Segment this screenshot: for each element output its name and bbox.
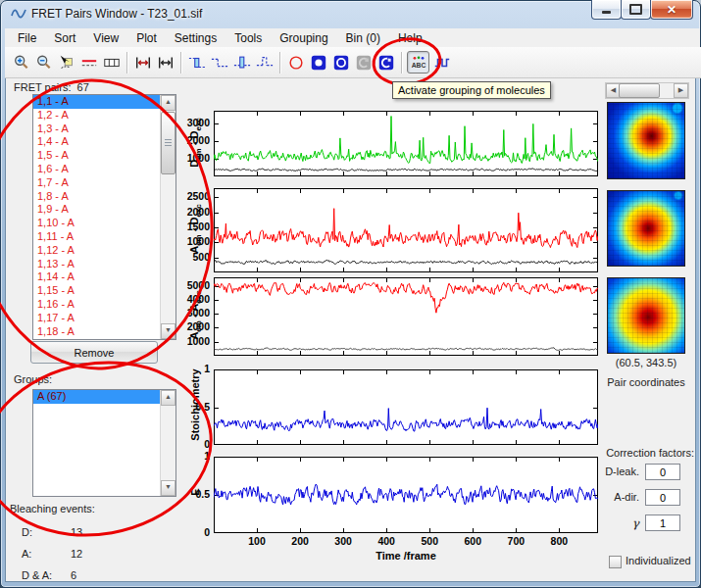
fret-pairs-caption: FRET pairs:: [14, 81, 71, 93]
fret-pair-item[interactable]: 1,11 - A: [33, 230, 165, 244]
fret-pair-item[interactable]: 1,18 - A: [33, 325, 165, 339]
menu-tools[interactable]: Tools: [225, 29, 271, 47]
fret-pair-item[interactable]: 1,7 - A: [33, 176, 165, 190]
fret-pair-item[interactable]: 1,17 - A: [33, 312, 165, 325]
scroll-up-icon[interactable]: ▲: [161, 95, 175, 111]
individualized-checkbox[interactable]: [609, 556, 622, 568]
close-button[interactable]: ✕: [650, 0, 693, 20]
scroll-down-icon[interactable]: ▼: [161, 480, 175, 496]
menu-view[interactable]: View: [84, 29, 127, 47]
groups-rows: A (67): [33, 390, 175, 404]
menu-help[interactable]: Help: [389, 29, 431, 47]
toolbar-separator: [126, 52, 127, 74]
fret-pair-item[interactable]: 1,5 - A: [33, 149, 165, 163]
bleaching-row-label: A:: [22, 548, 71, 560]
groups-label: Groups:: [14, 373, 52, 385]
fret-pairs-count: 67: [77, 81, 89, 93]
menu-file[interactable]: File: [9, 29, 45, 47]
molecule-image-acceptor-direct: [607, 277, 685, 354]
bleaching-row-label: D & A:: [22, 569, 71, 581]
molecule-image-donor: [607, 102, 685, 179]
pair-coordinates-label: Pair coordinates: [588, 376, 701, 388]
app-waveform-icon: [11, 6, 26, 22]
fret-pair-item[interactable]: 1,15 - A: [33, 284, 165, 298]
fret-pair-item[interactable]: 1,12 - A: [33, 244, 165, 258]
correction-field-input[interactable]: [645, 464, 680, 480]
square-wave-icon[interactable]: [431, 52, 452, 73]
step-down-icon[interactable]: [209, 52, 229, 73]
tooltip-activate-grouping: Activate grouping of molecules: [392, 81, 551, 99]
scroll-up-icon[interactable]: ▲: [161, 390, 175, 406]
groups-listbox[interactable]: A (67) ▲ ▼: [32, 389, 176, 497]
correction-field-input[interactable]: [645, 489, 680, 506]
menu-grouping[interactable]: Grouping: [271, 29, 336, 47]
close-icon: ✕: [667, 3, 676, 17]
fret-pair-item[interactable]: 1,10 - A: [33, 217, 165, 230]
fret-list-scrollbar[interactable]: ▲ ▼: [160, 95, 175, 339]
data-cursor-icon[interactable]: [56, 52, 76, 73]
fret-pairs-label: FRET pairs: 67: [14, 81, 89, 93]
fret-pair-item[interactable]: 1,9 - A: [33, 203, 165, 217]
minimize-button[interactable]: [591, 0, 622, 20]
scrollbar-thumb[interactable]: [619, 83, 660, 98]
scrollbar-thumb[interactable]: [161, 112, 175, 174]
baseline-icon[interactable]: [78, 52, 99, 73]
fret-pair-item[interactable]: 1,2 - A: [33, 109, 165, 122]
svg-text:ABC: ABC: [411, 61, 426, 68]
step-down-filled-icon[interactable]: [186, 52, 207, 73]
xtick-label: 600: [453, 535, 492, 547]
ylabel-subscript: exc: [194, 118, 203, 130]
zoom-out-icon[interactable]: [33, 52, 54, 73]
fret-pair-item[interactable]: 1,4 - A: [33, 135, 165, 149]
xtick-label: 300: [324, 535, 363, 547]
group-item[interactable]: A (67): [33, 390, 165, 404]
remove-button[interactable]: Remove: [30, 341, 158, 364]
zoom-in-icon[interactable]: [11, 52, 31, 73]
ylabel-e: E: [189, 423, 201, 561]
fret-pair-item[interactable]: 1,6 - A: [33, 163, 165, 176]
fret-pairs-listbox[interactable]: 1,1 - A1,2 - A1,3 - A1,4 - A1,5 - A1,6 -…: [32, 94, 176, 340]
expand-x-red-icon[interactable]: [132, 52, 153, 73]
xtick-label: 700: [496, 535, 535, 547]
fret-pair-item[interactable]: 1,8 - A: [33, 190, 165, 204]
minimize-icon: [602, 11, 611, 14]
ylabel-subscript: exc: [194, 204, 203, 217]
fret-pair-item[interactable]: 1,1 - A: [33, 95, 165, 109]
group-molecules-icon[interactable]: ABC: [407, 51, 429, 74]
pulse-icon[interactable]: [254, 52, 275, 73]
menu-plot[interactable]: Plot: [127, 29, 166, 47]
ylabel-subscript: em: [194, 320, 203, 332]
menu-bin-0[interactable]: Bin (0): [337, 29, 389, 47]
ylabel-text: - A: [188, 304, 200, 320]
ylabel-subscript: em: [194, 234, 203, 246]
expand-x-icon[interactable]: [155, 52, 175, 73]
ytick-label: 1: [165, 363, 210, 374]
pulse-filled-icon[interactable]: [231, 52, 252, 73]
titlebar: FRET Pairs Window - T23_01.sif ✕: [0, 0, 701, 27]
toolbar: ABC: [5, 47, 701, 78]
ylabel-subscript: exc: [194, 290, 203, 303]
correction-field-input[interactable]: [645, 514, 680, 531]
menu-settings[interactable]: Settings: [166, 29, 225, 47]
scroll-right-icon[interactable]: ▶: [674, 83, 688, 98]
groups-list-scrollbar[interactable]: ▲ ▼: [160, 390, 175, 496]
xtick-label: 500: [410, 535, 449, 547]
pair-image-scrollbar[interactable]: ◀ ▶: [605, 82, 689, 99]
xtick-label: 200: [280, 535, 320, 547]
ylabel-text: E: [189, 488, 201, 495]
circle-filled-icon[interactable]: [308, 52, 328, 73]
ylabel-subscript: em: [194, 148, 203, 160]
individualized-label: Individualized: [626, 555, 691, 566]
fret-pair-item[interactable]: 1,14 - A: [33, 270, 165, 284]
fret-pair-item[interactable]: 1,16 - A: [33, 298, 165, 312]
region-blue-icon[interactable]: [376, 52, 396, 73]
fret-pair-item[interactable]: 1,13 - A: [33, 258, 165, 271]
region-gray-icon[interactable]: [353, 52, 374, 73]
restore-button[interactable]: [621, 0, 651, 20]
scroll-down-icon[interactable]: ▼: [161, 323, 175, 339]
circle-outline-icon[interactable]: [330, 52, 351, 73]
circle-outline-red-icon[interactable]: [285, 52, 306, 73]
menu-sort[interactable]: Sort: [45, 29, 84, 47]
fret-pair-item[interactable]: 1,3 - A: [33, 122, 165, 136]
filmstrip-icon[interactable]: [101, 52, 122, 73]
